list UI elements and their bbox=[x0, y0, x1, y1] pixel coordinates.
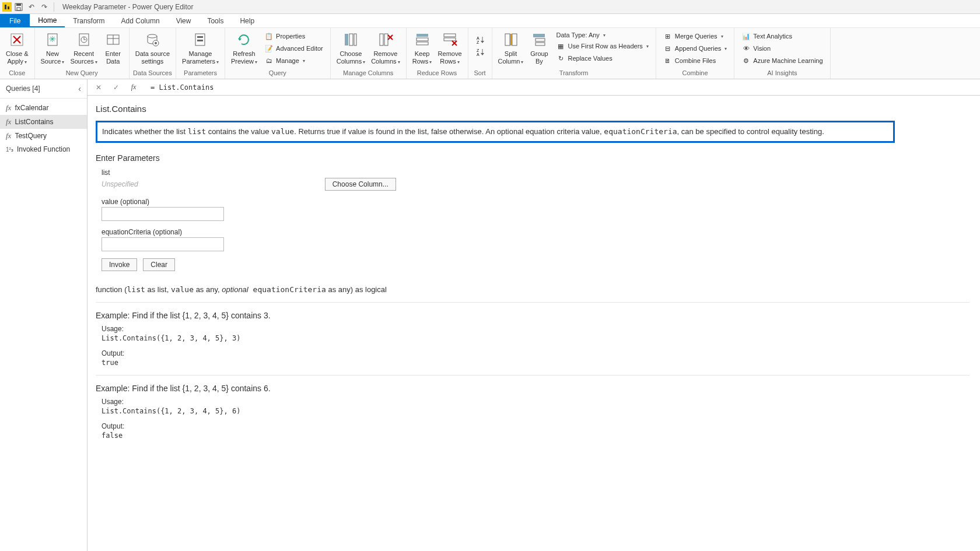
menu-bar: File Home Transform Add Column View Tool… bbox=[0, 14, 980, 28]
formula-bar: ✕ ✓ fx = List.Contains bbox=[88, 79, 980, 96]
group-by-button[interactable]: Group By bbox=[527, 29, 551, 66]
collapse-queries-icon[interactable]: ‹ bbox=[78, 84, 81, 93]
azure-ml-button[interactable]: ⚙Azure Machine Learning bbox=[738, 55, 826, 66]
manage-icon: 🗂 bbox=[264, 56, 274, 65]
keep-rows-button[interactable]: Keep Rows▾ bbox=[410, 29, 435, 66]
example-2-title: Example: Find if the list {1, 2, 3, 4, 5… bbox=[96, 384, 970, 393]
svg-rect-2 bbox=[8, 6, 9, 9]
manage-parameters-button[interactable]: Manage Parameters▾ bbox=[180, 29, 221, 66]
svg-marker-42 bbox=[481, 41, 484, 43]
content-area: Queries [4] ‹ fx fxCalendar fx ListConta… bbox=[0, 79, 980, 551]
queries-title: Queries [4] bbox=[6, 85, 40, 93]
manage-button[interactable]: 🗂Manage▾ bbox=[261, 55, 327, 66]
split-column-icon bbox=[502, 30, 520, 49]
choose-columns-button[interactable]: Choose Columns▾ bbox=[334, 29, 368, 66]
sort-asc-icon: AZ bbox=[475, 35, 485, 44]
separator bbox=[96, 375, 970, 375]
query-item-invoked-function[interactable]: 1²₃ Invoked Function bbox=[0, 143, 87, 156]
advanced-editor-button[interactable]: 📝Advanced Editor bbox=[261, 43, 327, 54]
ribbon-group-reduce-rows: Keep Rows▾ Remove Rows▾ Reduce Rows bbox=[407, 28, 468, 79]
svg-rect-47 bbox=[505, 34, 510, 45]
remove-columns-button[interactable]: Remove Columns▾ bbox=[369, 29, 402, 66]
refresh-preview-button[interactable]: Refresh Preview▾ bbox=[229, 29, 260, 66]
svg-text:A: A bbox=[477, 52, 480, 57]
query-list: fx fxCalendar fx ListContains fx TestQue… bbox=[0, 99, 87, 158]
param-value: value (optional) bbox=[102, 198, 970, 221]
clear-button[interactable]: Clear bbox=[143, 258, 175, 271]
advanced-editor-icon: 📝 bbox=[264, 44, 274, 53]
tab-tools[interactable]: Tools bbox=[199, 14, 232, 27]
tab-home[interactable]: Home bbox=[30, 14, 65, 27]
redo-icon[interactable]: ↷ bbox=[38, 1, 50, 13]
ribbon-group-query: Refresh Preview▾ 📋Properties 📝Advanced E… bbox=[225, 28, 331, 79]
tab-view[interactable]: View bbox=[168, 14, 200, 27]
svg-rect-0 bbox=[4, 3, 10, 10]
svg-rect-35 bbox=[444, 34, 456, 37]
ribbon-group-sort: AZ ZA Sort bbox=[468, 28, 492, 79]
example-2: Example: Find if the list {1, 2, 3, 4, 5… bbox=[96, 384, 970, 440]
properties-button[interactable]: 📋Properties bbox=[261, 30, 327, 42]
append-queries-button[interactable]: ⊟Append Queries▾ bbox=[660, 43, 731, 54]
enter-data-icon bbox=[104, 30, 123, 49]
first-row-headers-icon: ▦ bbox=[556, 41, 565, 51]
formula-accept-icon[interactable]: ✓ bbox=[110, 81, 123, 94]
merge-queries-button[interactable]: ⊞Merge Queries▾ bbox=[660, 30, 731, 42]
data-source-settings-icon bbox=[143, 30, 162, 49]
svg-marker-24 bbox=[238, 38, 242, 41]
first-row-headers-button[interactable]: ▦Use First Row as Headers▾ bbox=[552, 40, 652, 52]
tab-help[interactable]: Help bbox=[232, 14, 262, 27]
svg-rect-4 bbox=[16, 3, 21, 6]
query-item-fxcalendar[interactable]: fx fxCalendar bbox=[0, 101, 87, 115]
data-type-button[interactable]: Data Type: Any▾ bbox=[552, 30, 652, 40]
function-signature: function (list as list, value as any, op… bbox=[96, 285, 970, 294]
tab-add-column[interactable]: Add Column bbox=[113, 14, 168, 27]
example-1: Example: Find if the list {1, 2, 3, 4, 5… bbox=[96, 311, 970, 367]
sort-asc-button[interactable]: AZ bbox=[472, 34, 488, 45]
query-item-listcontains[interactable]: fx ListContains bbox=[0, 115, 87, 129]
split-column-button[interactable]: Split Column▾ bbox=[496, 29, 526, 66]
param-eq-input[interactable] bbox=[102, 237, 224, 251]
separator bbox=[96, 302, 970, 303]
enter-data-button[interactable]: Enter Data bbox=[101, 29, 125, 66]
formula-cancel-icon[interactable]: ✕ bbox=[92, 81, 105, 94]
function-icon: fx bbox=[6, 117, 11, 127]
example-2-usage: List.Contains({1, 2, 3, 4, 5}, 6) bbox=[102, 407, 970, 415]
param-value-input[interactable] bbox=[102, 207, 224, 221]
ribbon-group-parameters: Manage Parameters▾ Parameters bbox=[176, 28, 225, 79]
queries-pane: Queries [4] ‹ fx fxCalendar fx ListConta… bbox=[0, 79, 88, 551]
svg-rect-34 bbox=[416, 42, 428, 45]
svg-rect-22 bbox=[197, 36, 203, 38]
file-tab[interactable]: File bbox=[0, 14, 30, 27]
close-apply-button[interactable]: Close & Apply▾ bbox=[4, 29, 31, 66]
ribbon-group-manage-columns: Choose Columns▾ Remove Columns▾ Manage C… bbox=[331, 28, 407, 79]
sort-desc-button[interactable]: ZA bbox=[472, 46, 488, 58]
ribbon-group-data-sources: Data source settings Data Sources bbox=[130, 28, 176, 79]
example-1-usage: List.Contains({1, 2, 3, 4, 5}, 3) bbox=[102, 334, 970, 342]
svg-rect-27 bbox=[354, 34, 356, 45]
choose-column-button[interactable]: Choose Column... bbox=[325, 178, 396, 191]
tab-transform[interactable]: Transform bbox=[65, 14, 113, 27]
vision-button[interactable]: 👁Vision bbox=[738, 43, 826, 54]
remove-columns-icon bbox=[376, 30, 395, 49]
choose-columns-icon bbox=[341, 30, 360, 49]
data-source-settings-button[interactable]: Data source settings bbox=[133, 29, 172, 66]
enter-parameters-heading: Enter Parameters bbox=[96, 153, 970, 163]
save-icon[interactable] bbox=[13, 1, 24, 13]
recent-sources-button[interactable]: Recent Sources▾ bbox=[68, 29, 99, 66]
undo-icon[interactable]: ↶ bbox=[26, 1, 37, 13]
query-name: TestQuery bbox=[15, 132, 47, 140]
svg-rect-51 bbox=[536, 38, 545, 41]
text-analytics-button[interactable]: 📊Text Analytics bbox=[738, 30, 826, 42]
replace-values-button[interactable]: ↻Replace Values bbox=[552, 52, 652, 64]
formula-input[interactable]: = List.Contains bbox=[145, 83, 975, 92]
svg-rect-26 bbox=[349, 34, 353, 45]
query-name: fxCalendar bbox=[15, 104, 48, 112]
query-item-testquery[interactable]: fx TestQuery bbox=[0, 129, 87, 143]
invoke-button[interactable]: Invoke bbox=[102, 258, 137, 271]
fx-icon[interactable]: fx bbox=[127, 81, 140, 94]
combine-files-button[interactable]: 🗎Combine Files bbox=[660, 55, 731, 66]
new-source-button[interactable]: ✳ New Source▾ bbox=[38, 29, 67, 66]
number-icon: 1²₃ bbox=[6, 146, 13, 153]
function-doc: List.Contains Indicates whether the list… bbox=[88, 96, 980, 551]
remove-rows-button[interactable]: Remove Rows▾ bbox=[436, 29, 464, 66]
